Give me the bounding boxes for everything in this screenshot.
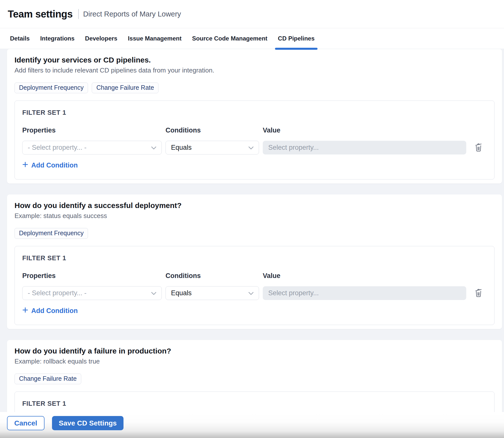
tab-issue-management[interactable]: Issue Management <box>128 28 182 49</box>
value-label: Value <box>263 126 466 134</box>
tab-cd-pipelines[interactable]: CD Pipelines <box>278 28 315 49</box>
plus-icon <box>22 307 28 315</box>
filter-controls-row: - Select property... - Equals <box>22 286 487 300</box>
badge-row: Change Failure Rate <box>14 374 494 384</box>
properties-label: Properties <box>22 126 162 134</box>
tab-source-code-management[interactable]: Source Code Management <box>192 28 267 49</box>
badge-deployment-frequency[interactable]: Deployment Frequency <box>14 82 88 93</box>
conditions-label: Conditions <box>166 272 259 280</box>
tab-integrations[interactable]: Integrations <box>40 28 74 49</box>
chevron-down-icon <box>248 289 254 297</box>
filter-set-title: FILTER SET 1 <box>22 254 487 262</box>
title-divider <box>78 9 79 19</box>
add-condition-button[interactable]: Add Condition <box>22 162 78 169</box>
section-identify-services: Identify your services or CD pipelines. … <box>7 49 502 184</box>
badge-change-failure-rate[interactable]: Change Failure Rate <box>92 82 158 93</box>
chevron-down-icon <box>151 289 156 297</box>
delete-filter-button[interactable] <box>474 287 484 299</box>
section-subtitle: Example: status equals success <box>14 212 494 220</box>
section-subtitle: Add filters to include relevant CD pipel… <box>14 66 494 74</box>
tab-details[interactable]: Details <box>10 28 30 49</box>
property-select[interactable]: - Select property... - <box>22 141 162 154</box>
footer-action-bar: Cancel Save CD Settings <box>0 412 504 438</box>
filter-controls-row: - Select property... - Equals <box>22 141 487 154</box>
filter-set-title: FILTER SET 1 <box>22 109 487 116</box>
trash-icon <box>474 143 482 152</box>
section-heading: How do you identify a failure in product… <box>14 346 494 356</box>
section-successful-deployment: How do you identify a successful deploym… <box>7 194 502 329</box>
badge-row: Deployment Frequency Change Failure Rate <box>14 82 494 93</box>
tab-developers[interactable]: Developers <box>85 28 117 49</box>
conditions-label: Conditions <box>166 126 259 134</box>
badge-deployment-frequency[interactable]: Deployment Frequency <box>14 228 88 239</box>
properties-label: Properties <box>22 272 162 280</box>
filter-set-card: FILTER SET 1 Properties Conditions Value… <box>14 100 494 180</box>
chevron-down-icon <box>248 144 254 152</box>
condition-select[interactable]: Equals <box>166 286 259 300</box>
content-area: Identify your services or CD pipelines. … <box>0 49 504 438</box>
property-select[interactable]: - Select property... - <box>22 286 162 300</box>
delete-filter-button[interactable] <box>474 142 484 154</box>
filter-set-card: FILTER SET 1 Properties Conditions Value… <box>14 246 494 325</box>
section-heading: How do you identify a successful deploym… <box>14 201 494 210</box>
filter-labels-row: Properties Conditions Value <box>22 272 487 280</box>
condition-select[interactable]: Equals <box>166 141 259 154</box>
badge-change-failure-rate[interactable]: Change Failure Rate <box>14 374 81 384</box>
section-heading: Identify your services or CD pipelines. <box>14 56 494 64</box>
plus-icon <box>22 162 28 169</box>
section-subtitle: Example: rollback equals true <box>14 358 494 365</box>
filter-set-title: FILTER SET 1 <box>22 400 487 408</box>
filter-labels-row: Properties Conditions Value <box>22 126 487 134</box>
save-cd-settings-button[interactable]: Save CD Settings <box>52 416 124 430</box>
cancel-button[interactable]: Cancel <box>7 416 44 430</box>
chevron-down-icon <box>151 144 156 152</box>
page-header: Team settings Direct Reports of Mary Low… <box>0 0 504 28</box>
value-input[interactable] <box>263 141 466 154</box>
value-label: Value <box>263 272 466 280</box>
badge-row: Deployment Frequency <box>14 228 494 239</box>
page-title: Team settings <box>8 8 73 20</box>
trash-icon <box>474 288 482 298</box>
value-input[interactable] <box>263 286 466 300</box>
tab-bar: Details Integrations Developers Issue Ma… <box>0 28 504 49</box>
add-condition-button[interactable]: Add Condition <box>22 307 78 315</box>
page-subtitle: Direct Reports of Mary Lowery <box>83 10 181 18</box>
